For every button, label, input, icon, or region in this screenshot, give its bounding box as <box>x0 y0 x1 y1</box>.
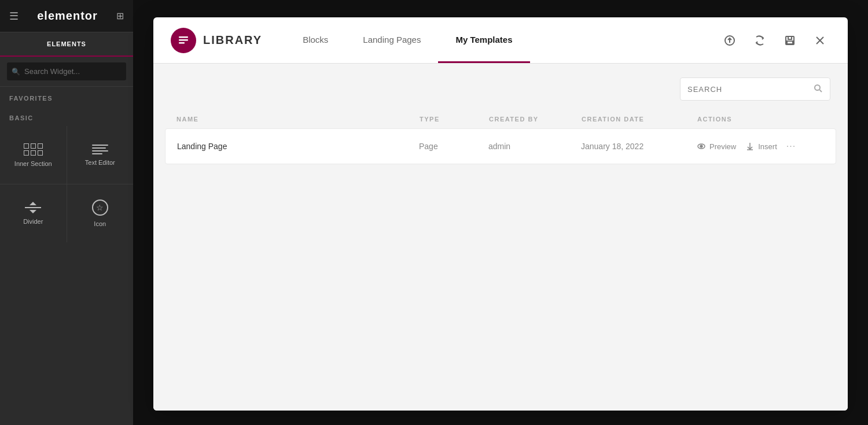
close-button[interactable] <box>810 30 830 51</box>
row-creation-date: January 18, 2022 <box>581 131 697 161</box>
table-header: NAME TYPE CREATED BY CREATION DATE ACTIO… <box>165 110 836 128</box>
table-row: Landing Page Page admin January 18, 2022… <box>165 128 836 164</box>
search-widget-input[interactable] <box>7 62 126 80</box>
more-actions-button[interactable]: ··· <box>786 141 796 151</box>
svg-point-12 <box>700 145 703 147</box>
insert-button[interactable]: Insert <box>745 139 777 153</box>
icon-label: Icon <box>94 220 106 227</box>
modal-body: NAME TYPE CREATED BY CREATION DATE ACTIO… <box>153 64 848 411</box>
upload-button[interactable] <box>719 30 740 51</box>
grid-icon[interactable]: ⊞ <box>116 10 124 21</box>
preview-button[interactable]: Preview <box>697 139 736 153</box>
col-header-actions: ACTIONS <box>697 116 825 123</box>
col-header-type: TYPE <box>420 116 489 123</box>
col-header-creation-date: CREATION DATE <box>582 116 697 123</box>
svg-rect-6 <box>787 41 793 44</box>
library-modal: LIBRARY Blocks Landing Pages My Template… <box>153 17 848 411</box>
modal-header: LIBRARY Blocks Landing Pages My Template… <box>153 17 848 64</box>
widget-item-divider[interactable]: Divider <box>0 184 67 242</box>
elementor-logo: elementor <box>37 9 98 23</box>
save-icon <box>784 35 796 46</box>
widget-item-text-editor[interactable]: Text Editor <box>67 126 134 184</box>
insert-arrow-icon <box>745 142 755 151</box>
sync-icon <box>754 35 766 46</box>
widget-grid: Inner Section Text Editor Divider ☆ I <box>0 126 133 242</box>
svg-line-10 <box>820 90 822 92</box>
svg-rect-5 <box>788 36 792 39</box>
row-actions: Preview Insert ··· <box>697 129 824 164</box>
tab-elements[interactable]: ELEMENTS <box>0 32 133 57</box>
templates-table: NAME TYPE CREATED BY CREATION DATE ACTIO… <box>165 110 836 164</box>
search-input[interactable] <box>687 85 814 94</box>
search-widget <box>0 57 133 87</box>
col-header-created-by: CREATED BY <box>489 116 582 123</box>
upload-icon <box>724 35 735 46</box>
svg-point-9 <box>815 85 820 90</box>
text-editor-label: Text Editor <box>85 159 115 166</box>
preview-label: Preview <box>709 142 736 151</box>
modal-header-actions <box>719 30 830 51</box>
svg-rect-2 <box>179 42 185 44</box>
tab-landing-pages[interactable]: Landing Pages <box>345 17 438 63</box>
library-logo-circle <box>171 28 196 53</box>
tab-my-templates[interactable]: My Templates <box>438 17 529 63</box>
widget-item-icon[interactable]: ☆ Icon <box>67 184 134 242</box>
inner-section-icon <box>24 143 43 156</box>
sidebar-topbar: ☰ elementor ⊞ <box>0 0 133 32</box>
hamburger-icon[interactable]: ☰ <box>9 10 19 23</box>
library-logo: LIBRARY <box>171 28 262 53</box>
search-bar <box>680 77 830 101</box>
row-name: Landing Page <box>177 131 419 161</box>
col-header-name: NAME <box>176 116 420 123</box>
divider-icon <box>25 202 41 213</box>
widget-item-inner-section[interactable]: Inner Section <box>0 126 67 184</box>
insert-label: Insert <box>758 142 777 151</box>
favorites-label: FAVORITES <box>0 87 133 106</box>
inner-section-label: Inner Section <box>14 160 52 167</box>
svg-rect-1 <box>179 36 188 38</box>
row-created-by: admin <box>488 131 581 161</box>
close-icon <box>815 36 825 45</box>
modal-overlay: LIBRARY Blocks Landing Pages My Template… <box>133 0 868 425</box>
search-bar-row <box>153 64 848 110</box>
tab-blocks[interactable]: Blocks <box>285 17 345 63</box>
icon-widget-icon: ☆ <box>92 199 108 216</box>
divider-label: Divider <box>23 218 43 225</box>
library-title: LIBRARY <box>203 34 262 47</box>
text-editor-icon <box>92 145 108 154</box>
elementor-sidebar: ☰ elementor ⊞ ELEMENTS FAVORITES BASIC <box>0 0 133 425</box>
svg-rect-0 <box>179 39 188 41</box>
basic-label: BASIC <box>0 106 133 126</box>
sync-button[interactable] <box>749 30 770 51</box>
search-bar-icon <box>814 84 823 95</box>
row-type: Page <box>419 131 488 161</box>
save-button[interactable] <box>779 30 800 51</box>
modal-tabs: Blocks Landing Pages My Templates <box>285 17 719 63</box>
preview-eye-icon <box>697 142 706 151</box>
elementor-e-icon <box>177 34 190 47</box>
sidebar-tabs: ELEMENTS <box>0 32 133 57</box>
